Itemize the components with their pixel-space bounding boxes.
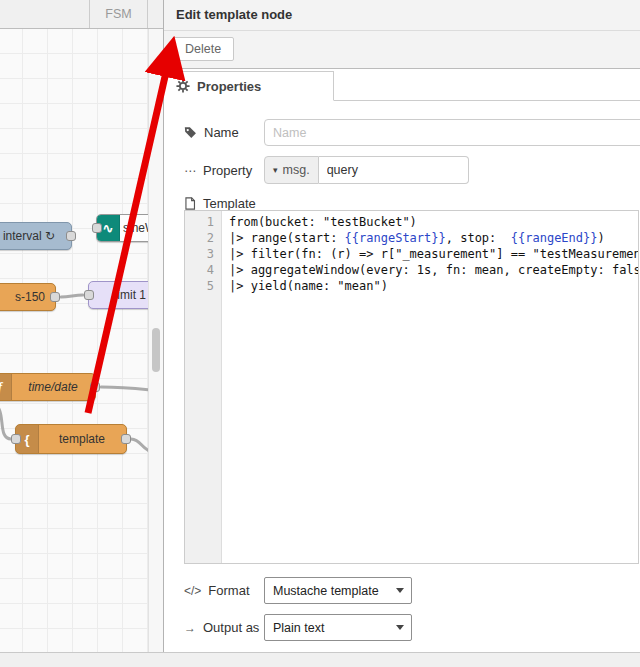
name-input[interactable] xyxy=(264,119,640,146)
property-label: ⋯ Property xyxy=(184,163,252,178)
line-number: 2 xyxy=(185,230,221,246)
property-typed-input: ▾ msg. xyxy=(264,156,469,184)
edit-dialog: Edit template node Delete Properties Nam… xyxy=(163,0,640,652)
arrow-right-icon: → xyxy=(184,621,196,635)
dialog-title: Edit template node xyxy=(164,0,640,31)
file-icon xyxy=(184,197,196,210)
line-number: 1 xyxy=(185,214,221,230)
property-type-button[interactable]: ▾ msg. xyxy=(264,156,319,184)
flow-canvas[interactable]: interval ↻∿sineWaves-150limit 1 msg/sfti… xyxy=(0,0,148,652)
dialog-toolbar: Delete xyxy=(164,31,640,69)
status-footer xyxy=(0,652,640,667)
editor-tabs: Properties xyxy=(164,71,640,101)
node-port-right[interactable] xyxy=(90,382,100,392)
code-line: |> filter(fn: (r) => r["_measurement"] =… xyxy=(229,246,639,262)
output-select-wrap: Plain text xyxy=(264,614,412,641)
node-port-right[interactable] xyxy=(66,231,76,241)
flow-node-limit[interactable]: limit 1 msg/s xyxy=(88,281,148,309)
node-port-left[interactable] xyxy=(92,223,102,233)
line-number: 5 xyxy=(185,278,221,294)
format-select-wrap: Mustache template xyxy=(264,577,412,604)
tab-properties[interactable]: Properties xyxy=(164,71,334,101)
flow-node-interval[interactable]: interval ↻ xyxy=(0,222,72,250)
code-gutter: 12345 xyxy=(185,211,222,563)
output-select[interactable]: Plain text xyxy=(264,614,412,641)
code-line: |> range(start: {{rangeStart}}, stop: {{… xyxy=(229,230,639,246)
ellipsis-icon: ⋯ xyxy=(184,164,196,178)
name-label: Name xyxy=(184,125,239,140)
node-label: sineWave xyxy=(97,215,148,241)
code-content[interactable]: from(bucket: "testBucket")|> range(start… xyxy=(222,211,639,563)
node-port-left[interactable] xyxy=(11,434,21,444)
code-line: |> aggregateWindow(every: 1s, fn: mean, … xyxy=(229,262,639,278)
node-port-right[interactable] xyxy=(50,292,60,302)
node-label: template xyxy=(16,425,126,453)
property-type-label: msg. xyxy=(283,163,310,177)
mustache-token: {{rangeStart}} xyxy=(345,231,446,245)
tab-properties-label: Properties xyxy=(197,79,261,94)
node-label: interval ↻ xyxy=(0,223,71,249)
format-label: </> Format xyxy=(184,583,250,598)
node-port-left[interactable] xyxy=(84,290,94,300)
template-code-editor[interactable]: 12345 from(bucket: "testBucket")|> range… xyxy=(184,210,639,564)
gear-icon xyxy=(176,79,190,93)
workspace-tab-bar: FSM xyxy=(0,0,163,29)
flow-node-template[interactable]: {template xyxy=(15,424,127,454)
tag-icon xyxy=(184,126,197,139)
flow-node-timedate[interactable]: ftime/date xyxy=(0,373,96,401)
code-icon: </> xyxy=(184,584,201,598)
node-label: limit 1 msg/s xyxy=(89,282,148,308)
canvas-scrollbar-thumb[interactable] xyxy=(152,328,160,372)
delete-button[interactable]: Delete xyxy=(172,37,234,61)
format-select[interactable]: Mustache template xyxy=(264,577,412,604)
code-line: |> yield(name: "mean") xyxy=(229,278,639,294)
flow-node-s150[interactable]: s-150 xyxy=(0,283,56,311)
canvas-scrollbar[interactable] xyxy=(148,28,164,652)
code-line: from(bucket: "testBucket") xyxy=(229,214,639,230)
line-number: 3 xyxy=(185,246,221,262)
mustache-token: {{rangeEnd}} xyxy=(511,231,598,245)
chevron-down-icon: ▾ xyxy=(273,165,278,175)
flow-node-sinewave[interactable]: ∿sineWave xyxy=(96,214,148,242)
node-label: s-150 xyxy=(0,284,55,310)
node-label: time/date xyxy=(0,374,95,400)
template-label: Template xyxy=(184,196,256,211)
output-label: → Output as xyxy=(184,620,259,635)
property-input[interactable] xyxy=(319,156,469,184)
line-number: 4 xyxy=(185,262,221,278)
workspace-tab-fsm[interactable]: FSM xyxy=(89,0,148,28)
node-port-right[interactable] xyxy=(121,434,131,444)
node-layer: interval ↻∿sineWaves-150limit 1 msg/sfti… xyxy=(0,0,148,652)
